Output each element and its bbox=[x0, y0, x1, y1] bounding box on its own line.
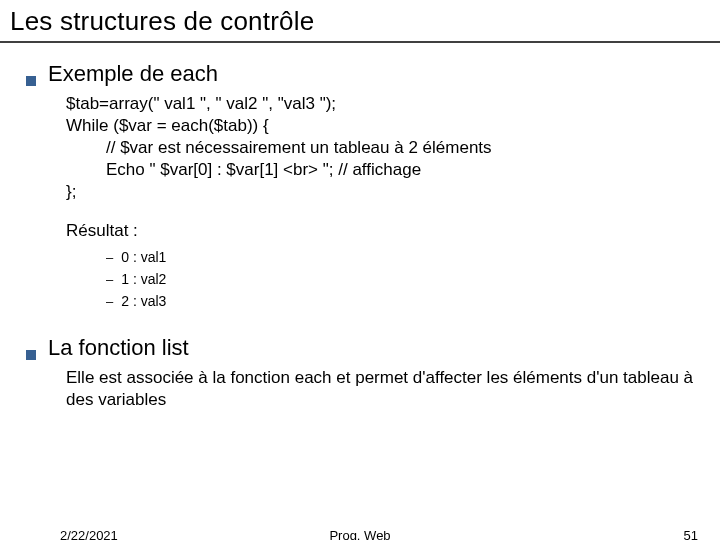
result-label: Résultat : bbox=[66, 221, 694, 241]
slide-title: Les structures de contrôle bbox=[0, 0, 720, 41]
code-line: $tab=array(" val1 ", " val2 ", "val3 "); bbox=[66, 93, 694, 115]
code-line-indent: // $var est nécessairement un tableau à … bbox=[106, 137, 694, 159]
result-item: – 0 : val1 bbox=[106, 247, 694, 269]
dash-bullet-icon: – bbox=[106, 270, 113, 290]
result-item: – 1 : val2 bbox=[106, 269, 694, 291]
dash-bullet-icon: – bbox=[106, 292, 113, 312]
dash-bullet-icon: – bbox=[106, 248, 113, 268]
result-item: – 2 : val3 bbox=[106, 291, 694, 313]
bullet-example-each: Exemple de each bbox=[26, 61, 694, 87]
bullet-fonction-list: La fonction list bbox=[26, 335, 694, 361]
paragraph-list: Elle est associée à la fonction each et … bbox=[66, 367, 694, 411]
result-text: 0 : val1 bbox=[121, 247, 166, 269]
square-bullet-icon bbox=[26, 350, 36, 360]
footer-center: Prog. Web bbox=[0, 528, 720, 540]
square-bullet-icon bbox=[26, 76, 36, 86]
code-line-close: }; bbox=[66, 181, 694, 203]
heading-fonction-list: La fonction list bbox=[48, 335, 189, 361]
result-text: 1 : val2 bbox=[121, 269, 166, 291]
code-line-indent: Echo " $var[0] : $var[1] <br> "; // affi… bbox=[106, 159, 694, 181]
heading-example-each: Exemple de each bbox=[48, 61, 218, 87]
result-text: 2 : val3 bbox=[121, 291, 166, 313]
footer-page-number: 51 bbox=[684, 528, 698, 540]
code-line: While ($var = each($tab)) { bbox=[66, 115, 694, 137]
slide-body: Exemple de each $tab=array(" val1 ", " v… bbox=[0, 43, 720, 411]
